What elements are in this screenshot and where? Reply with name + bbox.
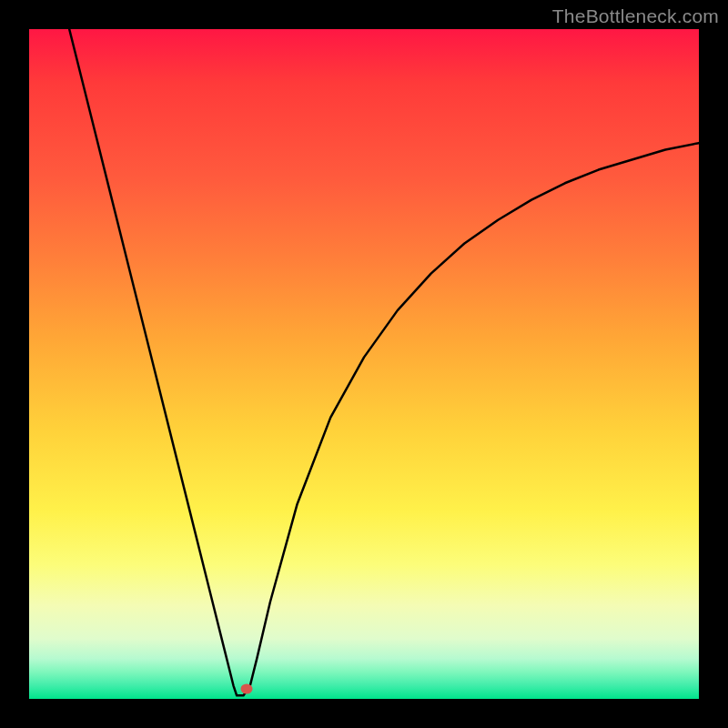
optimal-point-marker: [241, 683, 253, 693]
chart-frame: [29, 29, 699, 699]
chart-plot-area: [29, 29, 699, 699]
chart-background-gradient: [29, 29, 699, 699]
watermark-text: TheBottleneck.com: [552, 5, 719, 27]
